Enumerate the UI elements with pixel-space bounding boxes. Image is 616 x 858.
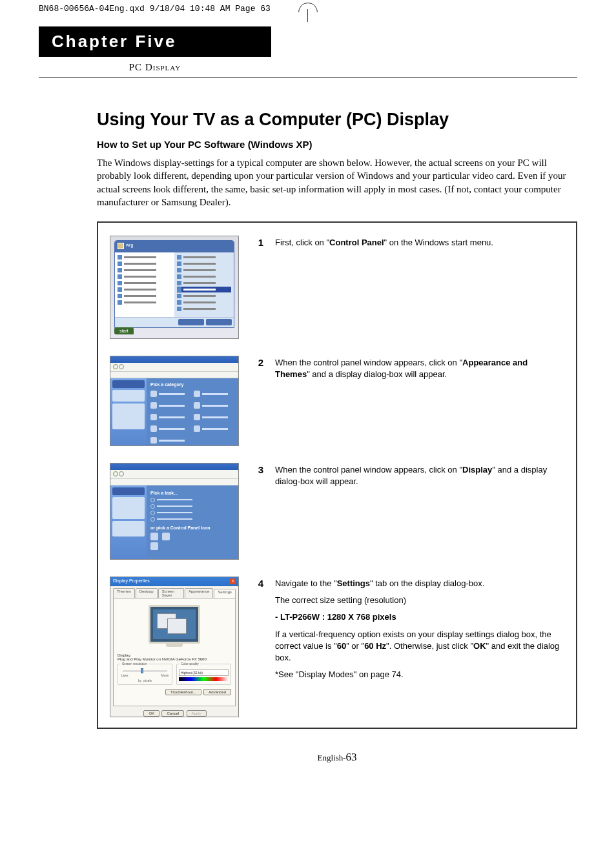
step-number: 1 <box>251 236 263 248</box>
step-text: When the control panel window appears, c… <box>275 356 563 385</box>
close-icon: X <box>230 578 236 584</box>
step-text: First, click on "Control Panel" on the W… <box>275 236 563 254</box>
step-text: When the control panel window appears, c… <box>275 463 563 493</box>
tabs: Themes Desktop Screen Saver Appearance S… <box>110 586 238 598</box>
tab-screensaver: Screen Saver <box>158 588 184 598</box>
cancel-button: Cancel <box>161 710 184 717</box>
print-header: BN68-00656A-04Eng.qxd 9/18/04 10:48 AM P… <box>39 0 577 26</box>
step-2: Pick a category 2 When the control panel… <box>110 356 563 446</box>
screenshot-appearance-themes: Pick a task... or pick a Control Panel i… <box>110 463 239 560</box>
screenshot-control-panel: Pick a category <box>110 356 239 446</box>
chapter-banner: Chapter Five <box>39 26 271 57</box>
page-number: English-63 <box>97 751 577 764</box>
tab-appearance: Appearance <box>185 588 213 598</box>
step-number: 3 <box>251 463 263 475</box>
step-1: wrg <box>110 236 563 339</box>
chapter-subtitle: PC Display <box>39 57 271 77</box>
dialog-title: Display Properties <box>113 578 150 585</box>
screenshot-display-properties: Display Properties X Themes Desktop Scre… <box>110 577 239 717</box>
step-number: 2 <box>251 356 263 368</box>
intro-paragraph: The Windows display-settings for a typic… <box>97 156 577 209</box>
screenshot-start-menu: wrg <box>110 236 239 339</box>
step-3: Pick a task... or pick a Control Panel i… <box>110 463 563 560</box>
start-button: start <box>114 327 134 334</box>
section-heading: How to Set up Your PC Software (Windows … <box>97 139 577 150</box>
tab-desktop: Desktop <box>136 588 158 598</box>
step-number: 4 <box>251 577 263 589</box>
steps-container: wrg <box>97 221 577 729</box>
color-quality-select: Highest (32 bit) <box>179 669 229 676</box>
step-4: Display Properties X Themes Desktop Scre… <box>110 577 563 717</box>
step-text: Navigate to the "Settings" tab on the di… <box>275 577 563 686</box>
page-title: Using Your TV as a Computer (PC) Display <box>97 110 577 130</box>
divider <box>39 77 577 77</box>
display-value: Plug and Play Monitor on NVIDIA GeForce … <box>118 657 231 661</box>
monitor-icon <box>149 605 200 644</box>
tab-settings: Settings <box>214 589 236 598</box>
advanced-button: Advanced <box>203 689 231 695</box>
ok-button: OK <box>143 710 159 717</box>
troubleshoot-button: Troubleshoot... <box>165 689 201 695</box>
tab-themes: Themes <box>113 588 135 598</box>
apply-button: Apply <box>187 710 207 717</box>
